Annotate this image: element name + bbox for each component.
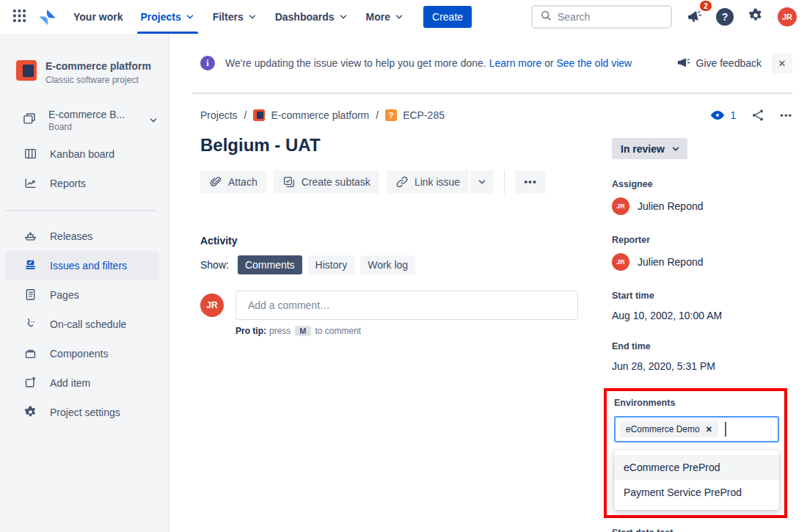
environments-dropdown: eCommerce PreProd Payment Service PrePro… (614, 450, 779, 510)
project-type: Classic software project (45, 75, 151, 85)
project-avatar-icon (16, 60, 37, 81)
reporter-name: Julien Repond (638, 256, 704, 268)
dropdown-option[interactable]: eCommerce PreProd (614, 455, 779, 480)
environments-label: Environments (614, 398, 779, 408)
issues-filter-icon (22, 258, 38, 272)
add-item-icon (22, 376, 38, 390)
tab-comments[interactable]: Comments (238, 255, 302, 274)
document-icon (22, 288, 38, 302)
sidebar-item-releases[interactable]: Releases (0, 222, 169, 251)
sidebar-item-pages[interactable]: Pages (0, 280, 169, 310)
status-dropdown[interactable]: In review (612, 138, 687, 159)
link-icon (395, 175, 409, 189)
board-stack-icon (22, 112, 37, 129)
issue-more-actions-button[interactable]: ••• (780, 110, 792, 121)
nav-dashboards[interactable]: Dashboards (266, 0, 357, 34)
chevron-down-icon (185, 12, 195, 22)
project-header: E-commerce platform Classic software pro… (0, 34, 169, 85)
paperclip-icon (209, 175, 222, 189)
create-button[interactable]: Create (423, 6, 472, 28)
nav-your-work[interactable]: Your work (65, 0, 131, 34)
sidebar-item-label: Components (50, 348, 108, 360)
nav-more[interactable]: More (357, 0, 413, 34)
subtask-icon (282, 175, 296, 189)
text-cursor (725, 422, 726, 437)
nav-filters[interactable]: Filters (204, 0, 266, 34)
watch-button[interactable]: 1 (709, 107, 737, 123)
notification-badge: 2 (700, 1, 712, 11)
settings-button[interactable] (744, 5, 767, 29)
search-input[interactable] (558, 11, 663, 23)
eye-icon (709, 107, 726, 123)
sidebar-item-components[interactable]: Components (0, 339, 169, 368)
sidebar-item-add-item[interactable]: Add item (0, 368, 169, 398)
assignee-value[interactable]: JR Julien Repond (612, 197, 792, 215)
share-button[interactable] (751, 108, 765, 123)
notifications-button[interactable]: 2 (682, 5, 706, 29)
ellipsis-icon: ••• (524, 176, 537, 188)
tab-history[interactable]: History (308, 255, 355, 274)
megaphone-icon (684, 7, 704, 26)
reporter-value[interactable]: JR Julien Repond (612, 253, 792, 271)
chevron-down-icon (247, 12, 258, 22)
give-feedback-button[interactable]: Give feedback (676, 56, 762, 70)
breadcrumb-separator: / (244, 109, 247, 121)
chart-line-icon (22, 176, 38, 190)
sidebar-item-issues-and-filters[interactable]: Issues and filters (6, 251, 158, 280)
keycap-m: M (295, 326, 310, 336)
sidebar-item-reports[interactable]: Reports (0, 169, 169, 198)
app-switcher-button[interactable] (7, 5, 31, 29)
dropdown-option[interactable]: Payment Service PreProd (614, 480, 779, 505)
give-feedback-label: Give feedback (696, 57, 762, 69)
see-old-view-link[interactable]: See the old view (556, 57, 632, 69)
breadcrumb-issue-key[interactable]: ? ECP-285 (385, 109, 445, 121)
breadcrumb-project[interactable]: E-commerce platform (253, 109, 369, 121)
global-search[interactable] (531, 5, 672, 29)
chevron-down-icon (338, 12, 348, 22)
learn-more-link[interactable]: Learn more (489, 57, 542, 69)
tab-work-log[interactable]: Work log (360, 255, 415, 274)
issue-type-icon: ? (385, 109, 397, 121)
gear-icon (22, 405, 38, 419)
grid-icon (13, 10, 26, 24)
pro-tip-bold: Pro tip: (235, 326, 266, 336)
environments-input[interactable]: eCommerce Demo ✕ (614, 416, 779, 442)
link-issue-dropdown-button[interactable] (469, 170, 494, 194)
link-issue-label: Link issue (415, 176, 460, 188)
chip-remove-icon[interactable]: ✕ (706, 425, 712, 434)
link-issue-button[interactable]: Link issue (387, 170, 469, 194)
activity-filter-tabs: Show: Comments History Work log (200, 255, 578, 274)
sidebar-divider (6, 210, 157, 211)
nav-label: Dashboards (275, 11, 335, 23)
left-sidebar: E-commerce platform Classic software pro… (0, 34, 169, 532)
sidebar-item-on-call-schedule[interactable]: On-call schedule (0, 310, 169, 339)
close-icon[interactable]: ✕ (772, 53, 792, 73)
sidebar-item-label: Issues and filters (50, 260, 127, 272)
component-brick-icon (22, 346, 38, 360)
chevron-down-icon (671, 144, 681, 154)
help-button[interactable]: ? (716, 8, 734, 26)
chevron-down-icon (394, 12, 404, 22)
user-avatar[interactable]: JR (778, 7, 797, 26)
board-name: E-commerce B... (48, 109, 125, 120)
sidebar-item-label: Add item (50, 377, 90, 389)
sidebar-board-switcher[interactable]: E-commerce B... Board (0, 101, 169, 139)
comment-input[interactable] (235, 291, 578, 320)
issue-title: Belgium - UAT (200, 135, 578, 156)
attach-button[interactable]: Attach (200, 170, 266, 194)
jira-logo[interactable] (35, 5, 59, 29)
breadcrumb-projects[interactable]: Projects (200, 109, 238, 121)
end-time-value[interactable]: Jun 28, 2020, 5:31 PM (612, 360, 792, 372)
sidebar-item-label: Kanban board (50, 148, 114, 160)
jira-logo-icon (38, 8, 56, 26)
banner-or-text: or (544, 57, 553, 69)
avatar: JR (200, 294, 224, 317)
create-subtask-button[interactable]: Create subtask (274, 170, 379, 194)
sidebar-item-kanban-board[interactable]: Kanban board (0, 139, 169, 169)
start-time-value[interactable]: Aug 10, 2002, 10:00 AM (612, 310, 792, 321)
kanban-icon (22, 147, 38, 161)
sidebar-item-project-settings[interactable]: Project settings (0, 398, 169, 427)
show-label: Show: (200, 259, 229, 271)
more-actions-button[interactable]: ••• (515, 170, 546, 194)
nav-projects[interactable]: Projects (131, 0, 203, 34)
